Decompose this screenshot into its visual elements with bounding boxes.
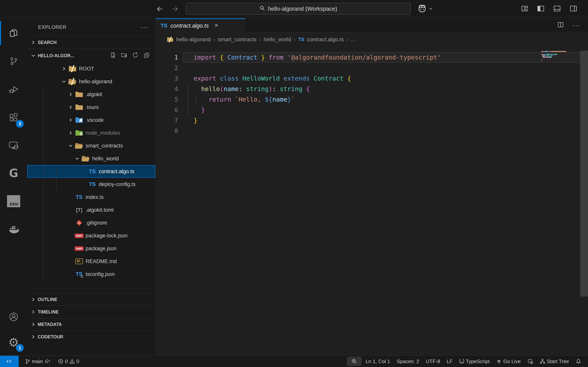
tree-item-gitignore[interactable]: .gitignore (27, 216, 155, 229)
line-number: 1 (156, 52, 178, 63)
encoding-status[interactable]: UTF-8 (423, 356, 443, 367)
explorer-more-actions-icon[interactable]: ··· (140, 23, 148, 31)
tree-item-package-lock-json[interactable]: npmpackage-lock.json (27, 229, 155, 242)
dotenv-view-icon[interactable]: .ENV (0, 187, 27, 215)
chevron-down-icon[interactable] (428, 6, 433, 12)
tree-item-node-modules[interactable]: jsnode_modules (27, 126, 155, 139)
toggle-primary-sidebar-icon[interactable] (537, 5, 544, 13)
indentation-status[interactable]: Spaces: 2 (394, 356, 422, 367)
new-folder-icon[interactable] (121, 52, 127, 59)
editor-scrollbar[interactable] (580, 50, 588, 297)
problems-status[interactable]: 0 0 (55, 356, 82, 367)
remote-indicator[interactable] (0, 356, 19, 367)
tree-item-hello-algorand[interactable]: hello-algorand (27, 75, 155, 88)
go-live-status[interactable]: Go Live (493, 356, 524, 367)
tree-item-algokit-toml[interactable]: [T].algokit.toml (27, 204, 155, 216)
tree-item-deploy-config-ts[interactable]: TSdeploy-config.ts (27, 178, 155, 191)
breadcrumb-item[interactable]: contract.algo.ts (307, 36, 344, 43)
tree-item-root[interactable]: ROOT (27, 62, 155, 75)
bracket-guide (196, 94, 196, 105)
cloud-upload-icon (44, 359, 50, 364)
section-metadata[interactable]: METADATA (27, 318, 155, 330)
tab-contract-algo-ts[interactable]: TS contract.algo.ts (156, 18, 245, 32)
breadcrumb: hello-algorand› smart_contracts› hello_w… (156, 32, 588, 47)
notifications-bell-icon[interactable] (573, 356, 584, 367)
section-timeline[interactable]: TIMELINE (27, 306, 155, 318)
tree-item-contract-algo-ts[interactable]: TScontract.algo.ts (27, 165, 155, 178)
tree-indent-guide (56, 165, 57, 191)
code-line-4[interactable]: 4 hello(name: string): string { (156, 84, 576, 94)
code-line-5[interactable]: 5 return `Hello, ${name}` (156, 94, 576, 105)
code-line-1[interactable]: 1import { Contract } from '@algorandfoun… (156, 52, 576, 63)
explorer-title: EXPLORER (38, 24, 66, 30)
vscode-folder-icon (75, 117, 83, 124)
title-bar: hello-algorand (Workspace) (0, 0, 588, 18)
start-tree-status[interactable]: Start Tree (537, 356, 572, 367)
git-branch-status[interactable]: main (22, 356, 53, 367)
chevron-right-icon (30, 309, 36, 315)
breadcrumb-item[interactable]: hello_world (264, 36, 291, 43)
root-folder-open-icon (68, 78, 77, 85)
tree-item-tours[interactable]: .tours (27, 101, 155, 114)
breadcrumb-item[interactable]: hello-algorand (176, 36, 210, 43)
settings-badge: 1 (16, 344, 24, 352)
tree-item-readme-md[interactable]: M↓README.md (27, 255, 155, 268)
close-tab-icon[interactable] (214, 23, 219, 29)
editor-more-actions-icon[interactable]: ··· (572, 21, 580, 29)
tree-item-smart-contracts[interactable]: smart_contracts (27, 139, 155, 152)
code-line-3[interactable]: 3export class HelloWorld extends Contrac… (156, 73, 576, 84)
copilot-status[interactable] (525, 356, 536, 367)
typescript-file-icon: TS (89, 181, 96, 187)
tree-item-tsconfig-json[interactable]: TS⚙tsconfig.json (27, 268, 155, 281)
collapse-folders-icon[interactable] (144, 52, 150, 59)
refresh-icon[interactable] (132, 52, 138, 59)
line-number: 5 (156, 94, 178, 105)
customize-layout-icon[interactable] (521, 5, 528, 13)
git-file-icon (76, 219, 83, 226)
language-status[interactable]: {⊗} TypeScript (457, 356, 492, 367)
code-line-7[interactable]: 7} (156, 115, 576, 126)
navigate-back-icon[interactable] (156, 5, 164, 13)
tree-item-algokit[interactable]: .algokit (27, 88, 155, 101)
source-control-view-icon[interactable] (0, 47, 27, 75)
code-line-8[interactable]: 8 (156, 126, 576, 136)
section-codetour[interactable]: CODETOUR (27, 330, 155, 343)
tree-item-vscode[interactable]: .vscode (27, 114, 155, 126)
accounts-icon[interactable] (0, 304, 27, 330)
settings-gear-icon[interactable]: ⚙ 1 (0, 330, 27, 355)
explorer-view-icon[interactable] (0, 19, 27, 47)
breadcrumb-item[interactable]: smart_contracts (218, 36, 257, 43)
eol-status[interactable]: LF (444, 356, 455, 367)
tree-indent-guide (43, 88, 44, 281)
g-extension-icon[interactable]: G (0, 159, 27, 187)
extensions-view-icon[interactable]: 3 (0, 103, 27, 131)
toggle-panel-icon[interactable] (553, 5, 561, 13)
section-search[interactable]: SEARCH (27, 36, 155, 49)
run-debug-view-icon[interactable] (0, 75, 27, 103)
workspace-search-value: hello-algorand (Workspace) (268, 6, 337, 12)
code-line-2[interactable]: 2 (156, 63, 576, 73)
navigate-forward-icon[interactable] (171, 5, 179, 13)
tree-item-hello-world[interactable]: hello_world (27, 152, 155, 165)
zoom-status[interactable] (347, 357, 362, 366)
section-workspace[interactable]: HELLO-ALGOR... (27, 49, 155, 62)
folder-icon (75, 104, 83, 111)
section-outline[interactable]: OUTLINE (27, 293, 155, 306)
copilot-icon[interactable] (418, 5, 427, 13)
minimap[interactable] (541, 51, 569, 63)
line-number: 4 (156, 84, 178, 94)
breadcrumb-item-symbols[interactable]: ... (351, 36, 356, 43)
line-number: 2 (156, 63, 178, 73)
code-line-6[interactable]: 6 } (156, 105, 576, 115)
cursor-position-status[interactable]: Ln 1, Col 1 (363, 356, 393, 367)
toggle-secondary-sidebar-icon[interactable] (570, 5, 577, 13)
code-editor[interactable]: 1import { Contract } from '@algorandfoun… (156, 47, 588, 355)
remote-explorer-view-icon[interactable] (0, 131, 27, 159)
tree-item-index-ts[interactable]: TSindex.ts (27, 191, 155, 204)
command-center-search[interactable]: hello-algorand (Workspace) (186, 3, 411, 15)
tree-item-package-json[interactable]: npmpackage.json (27, 242, 155, 255)
new-file-icon[interactable] (110, 52, 116, 59)
markdown-file-icon: M↓ (75, 259, 83, 264)
split-editor-icon[interactable] (557, 21, 564, 29)
docker-view-icon[interactable] (0, 215, 27, 243)
